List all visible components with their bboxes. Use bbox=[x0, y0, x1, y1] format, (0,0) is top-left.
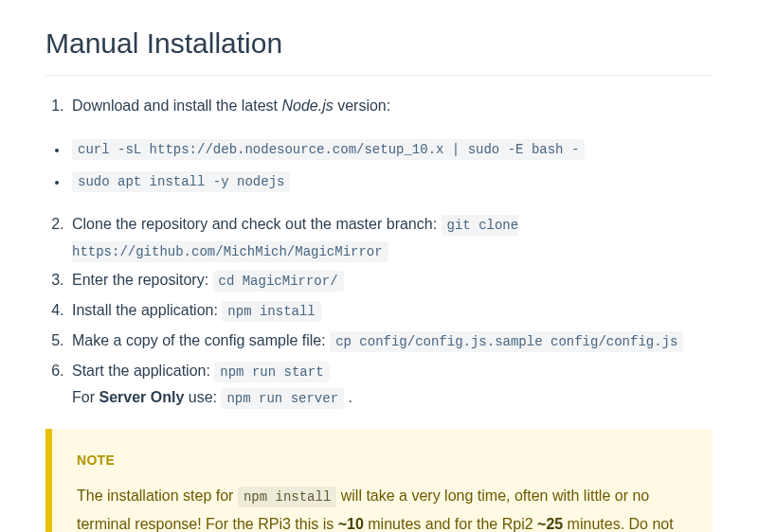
step-5-text: Make a copy of the config sample file: bbox=[72, 332, 330, 348]
install-steps-part2: Clone the repository and check out the m… bbox=[45, 211, 713, 411]
step-2-text: Clone the repository and check out the m… bbox=[72, 216, 442, 232]
note-bold-1: ~10 bbox=[338, 516, 364, 532]
note-body: The installation step for npm install wi… bbox=[77, 482, 688, 532]
note-callout: NOTE The installation step for npm insta… bbox=[45, 429, 713, 532]
step-4-code: npm install bbox=[222, 301, 320, 322]
code-curl: curl -sL https://deb.nodesource.com/setu… bbox=[72, 139, 585, 160]
command-curl: curl -sL https://deb.nodesource.com/setu… bbox=[68, 135, 713, 162]
step-6-use: use: bbox=[184, 389, 221, 405]
step-1-text-prefix: Download and install the latest bbox=[72, 98, 281, 114]
command-apt: sudo apt install -y nodejs bbox=[68, 168, 713, 194]
step-6-for: For bbox=[72, 389, 99, 405]
page-title: Manual Installation bbox=[45, 19, 713, 76]
step-1-em: Node.js bbox=[281, 98, 333, 114]
step-3-text: Enter the repository: bbox=[72, 272, 213, 288]
step-6-period: . bbox=[344, 389, 352, 405]
note-text-1: The installation step for bbox=[77, 488, 238, 504]
note-code: npm install bbox=[238, 487, 336, 507]
step-6-text: Start the application: bbox=[72, 363, 214, 379]
step-6-strong: Server Only bbox=[99, 389, 184, 405]
note-text-3: minutes and for the Rpi2 bbox=[364, 516, 537, 532]
code-apt: sudo apt install -y nodejs bbox=[72, 171, 290, 192]
step-2: Clone the repository and check out the m… bbox=[68, 211, 713, 264]
step-3-code: cd MagicMirror/ bbox=[213, 271, 344, 292]
step-6-code: npm run start bbox=[214, 362, 329, 382]
step-5: Make a copy of the config sample file: c… bbox=[68, 328, 713, 354]
install-steps-part1: Download and install the latest Node.js … bbox=[45, 93, 713, 118]
note-title: NOTE bbox=[77, 450, 688, 472]
step-6: Start the application: npm run start For… bbox=[68, 358, 713, 411]
step-5-code: cp config/config.js.sample config/config… bbox=[330, 331, 683, 352]
step-1-text-suffix: version: bbox=[334, 98, 390, 114]
command-list: curl -sL https://deb.nodesource.com/setu… bbox=[45, 135, 713, 194]
step-3: Enter the repository: cd MagicMirror/ bbox=[68, 267, 713, 293]
step-4-text: Install the application: bbox=[72, 302, 222, 318]
step-1: Download and install the latest Node.js … bbox=[68, 93, 713, 118]
note-bold-2: ~25 bbox=[537, 516, 563, 532]
step-4: Install the application: npm install bbox=[68, 297, 713, 324]
step-6-code2: npm run server bbox=[221, 388, 344, 409]
